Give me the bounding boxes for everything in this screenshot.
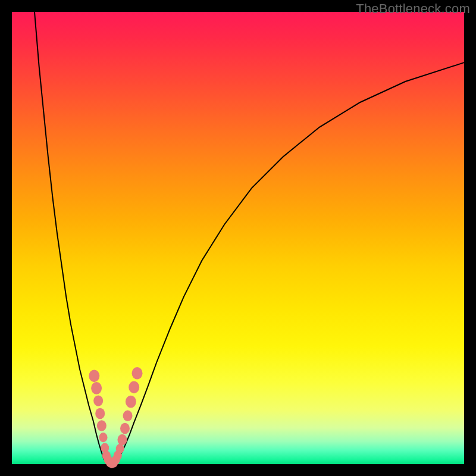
highlight-dot: [95, 408, 105, 419]
highlight-dot: [116, 444, 124, 453]
chart-plot-area: [12, 12, 464, 464]
highlight-dot: [97, 420, 107, 431]
chart-frame: TheBottleneck.com: [0, 0, 476, 476]
highlight-dots-group: [89, 367, 142, 468]
highlight-dot: [120, 423, 130, 434]
highlight-dot: [129, 381, 139, 393]
highlight-dot: [132, 367, 143, 380]
highlight-dot: [93, 395, 103, 406]
highlight-dot: [89, 369, 99, 382]
highlight-dot: [117, 434, 127, 445]
watermark-label: TheBottleneck.com: [356, 1, 470, 17]
chart-svg: [12, 12, 464, 464]
highlight-dot: [126, 396, 136, 408]
highlight-dot: [99, 433, 108, 442]
highlight-dot: [123, 410, 133, 421]
highlight-dot: [91, 382, 102, 394]
